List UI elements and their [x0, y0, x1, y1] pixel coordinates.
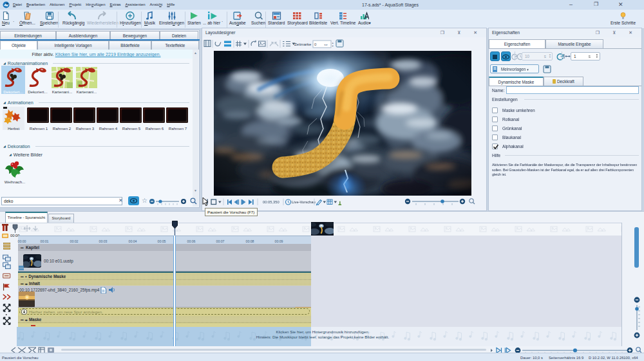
svg-text:Live-Vorschau: Live-Vorschau [292, 200, 316, 204]
svg-text:▾: ▾ [332, 44, 334, 48]
svg-text:◂ ▸: ◂ ▸ [324, 43, 328, 46]
svg-text:00:05,350: 00:05,350 [263, 200, 279, 204]
svg-text:Zeitmarke: Zeitmarke [294, 42, 312, 46]
